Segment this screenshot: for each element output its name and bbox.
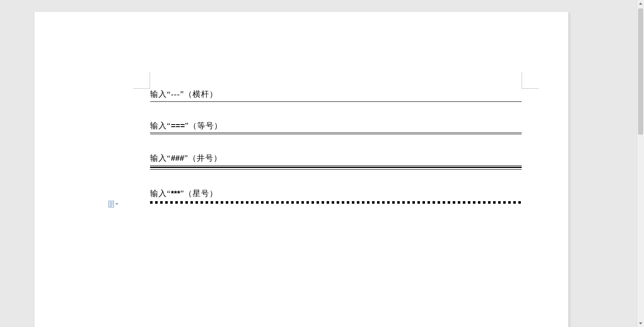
text-suffix: ”（星号） xyxy=(180,189,218,198)
document-page[interactable]: 输入“---”（横杆） 输入“===”（等号） 输入“###”（井号） 输入“*… xyxy=(34,12,568,327)
scroll-up-button[interactable] xyxy=(637,0,644,7)
vertical-scrollbar[interactable] xyxy=(637,0,644,327)
paragraph-text[interactable]: 输入“---”（横杆） xyxy=(150,89,522,100)
margin-mark-top-right xyxy=(522,72,538,89)
text-prefix: 输入“ xyxy=(150,90,171,98)
horizontal-line-triple xyxy=(150,165,522,170)
paragraph-text[interactable]: 输入“###”（井号） xyxy=(150,153,522,164)
text-suffix: ”（井号） xyxy=(184,154,222,162)
scrollbar-thumb[interactable] xyxy=(638,8,643,135)
text-symbol: *** xyxy=(171,189,180,198)
scroll-down-button[interactable] xyxy=(637,320,644,327)
paragraph-block[interactable]: 输入“===”（等号） xyxy=(150,120,522,135)
text-prefix: 输入“ xyxy=(150,189,171,198)
horizontal-line-double xyxy=(150,133,522,134)
paragraph-block[interactable]: 输入“###”（井号） xyxy=(150,153,522,170)
margin-mark-top-left xyxy=(133,72,150,89)
text-symbol: === xyxy=(171,121,185,130)
horizontal-line-single xyxy=(150,101,522,102)
text-symbol: ### xyxy=(171,154,184,162)
paragraph-text[interactable]: 输入“***”（星号） xyxy=(150,188,522,199)
text-symbol: --- xyxy=(171,90,180,98)
paragraph-text[interactable]: 输入“===”（等号） xyxy=(150,120,522,132)
paragraph-block[interactable]: 输入“---”（横杆） xyxy=(150,89,522,102)
text-suffix: ”（横杆） xyxy=(180,90,217,98)
text-prefix: 输入“ xyxy=(150,154,171,162)
paste-options-icon xyxy=(108,201,114,207)
document-content-area[interactable]: 输入“---”（横杆） 输入“===”（等号） 输入“###”（井号） 输入“*… xyxy=(150,89,522,222)
horizontal-line-dotted xyxy=(150,201,522,204)
paragraph-block[interactable]: 输入“***”（星号） xyxy=(150,188,522,204)
text-suffix: ”（等号） xyxy=(185,121,222,130)
text-prefix: 输入“ xyxy=(150,121,171,130)
chevron-down-icon xyxy=(115,203,119,205)
paste-options-button[interactable] xyxy=(108,200,120,208)
